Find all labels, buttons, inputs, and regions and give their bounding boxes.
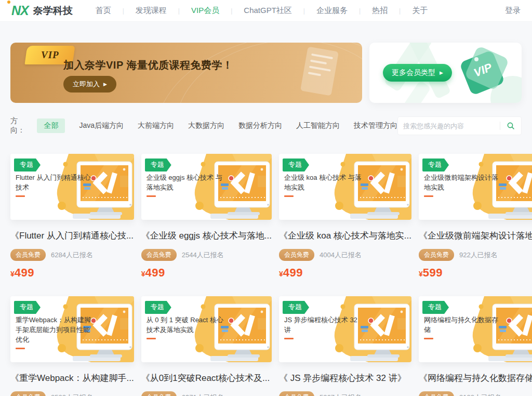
enrolled-count: 4004人已报名	[320, 250, 362, 260]
logo-mark: NX	[11, 3, 31, 18]
topic-ribbon: 专题	[14, 301, 41, 314]
search-divider	[500, 122, 500, 130]
nav-item[interactable]: 发现课程	[132, 6, 170, 16]
price-value: 499	[145, 266, 165, 279]
nav-separator: |	[178, 7, 180, 15]
nav-separator: |	[231, 7, 232, 15]
course-thumbnail: 专题 企业级微前端架构设计落地实践	[419, 154, 532, 220]
banner-headline: 加入奈学VIP 海量优质课程免费学！	[63, 58, 233, 72]
play-arrow-icon: ▶	[440, 70, 443, 75]
search-button[interactable]	[506, 121, 516, 131]
filter-chip[interactable]: 数据分析方向	[238, 121, 282, 130]
filter-label: 方向：	[10, 116, 28, 135]
course-grid: 专题 Flutter 从入门到精通核心技术 《Flutter 从入门到精通核心技…	[10, 154, 522, 396]
join-now-button[interactable]: 立即加入 ▶	[63, 76, 116, 93]
nav-item[interactable]: 企业服务	[313, 6, 351, 16]
course-card[interactable]: 专题 网络编程与持久化数据存储 《网络编程与持久化数据存储》 会员免费 3133…	[419, 296, 532, 396]
member-free-badge: 会员免费	[279, 249, 314, 261]
course-card[interactable]: 专题 Flutter 从入门到精通核心技术 《Flutter 从入门到精通核心技…	[10, 154, 134, 280]
course-title: 《从0到1突破React核心技术及...	[141, 372, 272, 384]
course-meta: 会员免费 4004人已报名	[279, 249, 411, 261]
filter-chip[interactable]: Java后端方向	[79, 121, 124, 130]
course-card[interactable]: 专题 企业级 eggjs 核心技术 与落地实践 《企业级 eggjs 核心技术与…	[141, 154, 272, 280]
course-price: ¥499	[10, 266, 134, 280]
thumbnail-title: Flutter 从入门到精通核心技术	[16, 173, 95, 197]
top-nav-bar: NX 奈学科技 首页 | 发现课程 | VIP会员 | ChatGPT社区 | …	[0, 0, 532, 22]
brand-logo[interactable]: NX 奈学科技	[11, 3, 73, 18]
nav-item[interactable]: VIP会员	[188, 6, 222, 16]
nav-item[interactable]: ChatGPT社区	[241, 6, 295, 16]
course-title: 《重学Webpack：从构建脚手...	[10, 372, 134, 384]
topic-ribbon: 专题	[145, 159, 171, 171]
course-meta: 会员免费 2532人已报名	[10, 391, 134, 396]
currency-symbol: ¥	[279, 270, 283, 278]
nav-separator: |	[303, 7, 305, 15]
course-thumbnail: 专题 Flutter 从入门到精通核心技术	[10, 154, 134, 220]
course-meta: 会员免费 5367人已报名	[279, 391, 411, 396]
join-now-label: 立即加入	[73, 80, 100, 89]
topic-ribbon: 专题	[422, 301, 449, 314]
main-nav: 首页 | 发现课程 | VIP会员 | ChatGPT社区 | 企业服务 | 热…	[92, 6, 505, 16]
topic-ribbon: 专题	[14, 159, 41, 171]
course-card[interactable]: 专题 从 0 到 1 突破 React 核心技术及落地实践 《从0到1突破Rea…	[141, 296, 272, 396]
nav-item[interactable]: 关于	[409, 6, 431, 16]
more-membership-label: 更多会员类型	[392, 68, 435, 77]
course-meta: 会员免费 6284人已报名	[10, 249, 134, 261]
course-title: 《企业级 eggjs 核心技术与落地...	[141, 230, 272, 242]
course-title: 《企业级微前端架构设计落地实...	[419, 230, 532, 242]
course-card[interactable]: 专题 企业级 koa 核心技术 与落地实践 《企业级 koa 核心技术与落地实.…	[279, 154, 411, 280]
course-thumbnail: 专题 企业级 koa 核心技术 与落地实践	[279, 154, 411, 220]
course-title: 《企业级 koa 核心技术与落地实...	[279, 230, 411, 242]
enrolled-count: 6971人已报名	[182, 393, 224, 396]
course-card[interactable]: 专题 JS 异步编程核心技术 32 讲 《 JS 异步编程核心技术 32 讲》 …	[279, 296, 411, 396]
course-card[interactable]: 专题 企业级微前端架构设计落地实践 《企业级微前端架构设计落地实... 会员免费…	[419, 154, 532, 280]
nav-separator: |	[359, 7, 361, 15]
topic-ribbon: 专题	[283, 301, 309, 314]
member-free-badge: 会员免费	[10, 391, 46, 396]
enrolled-count: 2532人已报名	[51, 393, 93, 396]
thumbnail-title: 企业级 koa 核心技术 与落地实践	[284, 173, 363, 197]
login-link[interactable]: 登录	[505, 6, 521, 16]
vip-banner-row: VIP 加入奈学VIP 海量优质课程免费学！ 立即加入 ▶ 更多会员类型 ▶ V…	[10, 43, 522, 103]
member-free-badge: 会员免费	[10, 249, 46, 261]
course-thumbnail: 专题 JS 异步编程核心技术 32 讲	[279, 296, 411, 362]
search-icon	[507, 122, 515, 130]
price-value: 599	[423, 266, 443, 279]
enrolled-count: 922人已报名	[459, 250, 498, 260]
topic-ribbon: 专题	[283, 159, 309, 171]
play-arrow-icon: ▶	[103, 82, 107, 87]
filter-chip[interactable]: 技术管理方向	[354, 121, 397, 130]
course-thumbnail: 专题 企业级 eggjs 核心技术 与落地实践	[141, 154, 272, 220]
enrolled-count: 2544人已报名	[182, 250, 224, 260]
vip-promo-banner[interactable]: VIP 加入奈学VIP 海量优质课程免费学！ 立即加入 ▶	[10, 43, 362, 103]
filter-chip[interactable]: 全部	[37, 118, 65, 133]
course-meta: 会员免费 922人已报名	[419, 249, 532, 261]
more-membership-button[interactable]: 更多会员类型 ▶	[383, 64, 452, 82]
filter-chips: 全部 Java后端方向 大前端方向 大数据方向 数据分析方向 人工智能方向 技术…	[37, 118, 397, 133]
course-thumbnail: 专题 重学Webpack：从构建脚手架底层能力到项目性能优化	[10, 296, 134, 362]
nav-separator: |	[123, 7, 124, 15]
course-thumbnail: 专题 网络编程与持久化数据存储	[419, 296, 532, 362]
course-price: ¥499	[141, 266, 272, 280]
nav-item[interactable]: 热招	[369, 6, 391, 16]
search-input[interactable]	[403, 122, 495, 130]
filter-chip[interactable]: 大前端方向	[138, 121, 174, 130]
nav-item[interactable]: 首页	[92, 6, 114, 16]
filter-chip[interactable]: 大数据方向	[188, 121, 224, 130]
course-title: 《 JS 异步编程核心技术 32 讲》	[279, 372, 411, 384]
nav-separator: |	[399, 7, 401, 15]
filter-chip[interactable]: 人工智能方向	[296, 121, 340, 130]
enrolled-count: 5367人已报名	[320, 393, 362, 396]
member-free-badge: 会员免费	[419, 391, 454, 396]
search-box	[397, 116, 522, 135]
member-free-badge: 会员免费	[419, 249, 454, 261]
thumbnail-title: 从 0 到 1 突破 React 核心技术及落地实践	[147, 315, 225, 339]
topic-ribbon: 专题	[422, 159, 449, 171]
member-free-badge: 会员免费	[279, 391, 314, 396]
course-card[interactable]: 专题 重学Webpack：从构建脚手架底层能力到项目性能优化 《重学Webpac…	[10, 296, 134, 396]
course-thumbnail: 专题 从 0 到 1 突破 React 核心技术及落地实践	[141, 296, 272, 362]
price-value: 499	[15, 266, 34, 279]
topic-ribbon: 专题	[145, 301, 171, 314]
direction-filter-row: 方向： 全部 Java后端方向 大前端方向 大数据方向 数据分析方向 人工智能方…	[10, 116, 522, 135]
price-value: 499	[283, 266, 303, 279]
